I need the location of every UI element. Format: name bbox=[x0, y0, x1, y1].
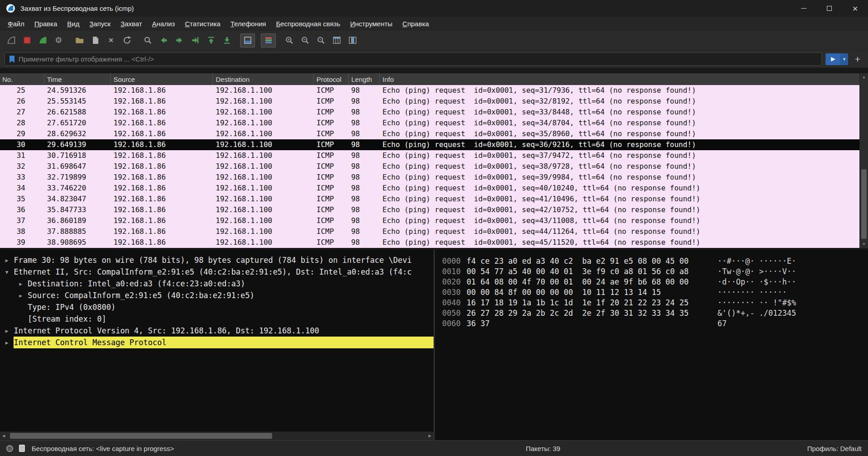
zoom-out-button[interactable] bbox=[297, 33, 312, 48]
save-file-button[interactable] bbox=[88, 33, 103, 48]
restart-capture-button[interactable] bbox=[35, 33, 50, 48]
packet-row[interactable]: 27 26.621588 192.168.1.86 192.168.1.100 … bbox=[0, 107, 868, 118]
scrollbar-thumb[interactable] bbox=[861, 169, 867, 239]
hex-row[interactable]: 0050 26 27 28 29 2a 2b 2c 2d 2e 2f 30 31… bbox=[442, 308, 868, 318]
hex-bytes[interactable]: 16 17 18 19 1a 1b 1c 1d 1e 1f 20 21 22 2… bbox=[467, 298, 695, 308]
profile-text[interactable]: Профиль: Default bbox=[807, 445, 862, 452]
scroll-left-icon[interactable]: ◀ bbox=[2, 434, 5, 438]
close-button[interactable]: × bbox=[842, 0, 868, 17]
expander-icon[interactable]: ▸ bbox=[5, 278, 28, 290]
minimize-button[interactable] bbox=[791, 0, 816, 17]
hex-row[interactable]: 0030 00 00 84 8f 00 00 00 00 10 11 12 13… bbox=[442, 287, 868, 298]
expert-info-icon[interactable] bbox=[6, 445, 13, 452]
find-packet-button[interactable] bbox=[140, 33, 155, 48]
packet-row[interactable]: 37 36.860189 192.168.1.86 192.168.1.100 … bbox=[0, 215, 868, 226]
menu-item[interactable]: Правка bbox=[29, 19, 62, 29]
menu-item[interactable]: Справка bbox=[397, 19, 434, 29]
auto-scroll-button[interactable] bbox=[240, 33, 255, 48]
scroll-right-icon[interactable]: ▶ bbox=[429, 434, 431, 438]
packet-row[interactable]: 35 34.823047 192.168.1.86 192.168.1.100 … bbox=[0, 194, 868, 204]
menu-item[interactable]: Телефония bbox=[226, 19, 271, 29]
hex-ascii[interactable]: 67 bbox=[717, 318, 726, 329]
hex-row[interactable]: 0020 01 64 08 00 4f 70 00 01 00 24 ae 9f… bbox=[442, 277, 868, 287]
menu-item[interactable]: Статистика bbox=[180, 19, 226, 29]
expander-icon[interactable]: ▸ bbox=[5, 337, 14, 348]
reload-button[interactable] bbox=[119, 33, 134, 48]
resize-columns-contents-button[interactable] bbox=[345, 33, 360, 48]
capture-options-button[interactable]: ⚙ bbox=[51, 33, 66, 48]
expander-icon[interactable]: ▸ bbox=[5, 290, 28, 301]
packet-row[interactable]: 38 37.888885 192.168.1.86 192.168.1.100 … bbox=[0, 226, 868, 237]
maximize-button[interactable] bbox=[816, 0, 842, 17]
hex-ascii[interactable]: ·Tw·@·@· >····V·· bbox=[717, 266, 796, 277]
stop-capture-button[interactable] bbox=[19, 33, 34, 48]
hex-ascii[interactable]: ········ ······ bbox=[717, 287, 787, 298]
hex-row[interactable]: 0040 16 17 18 19 1a 1b 1c 1d 1e 1f 20 21… bbox=[442, 298, 868, 308]
scroll-up-icon[interactable]: ▲ bbox=[862, 75, 866, 79]
packet-row[interactable]: 39 38.908695 192.168.1.86 192.168.1.100 … bbox=[0, 237, 868, 248]
colorize-button[interactable] bbox=[261, 33, 276, 48]
start-capture-button[interactable] bbox=[4, 33, 19, 48]
close-file-button[interactable]: × bbox=[104, 33, 118, 48]
display-filter-field[interactable] bbox=[5, 52, 822, 66]
column-header-destination[interactable]: Destination bbox=[213, 73, 314, 85]
column-header-no[interactable]: No. bbox=[0, 73, 44, 85]
packet-detail-row[interactable]: ▸ Frame 30: 98 bytes on wire (784 bits),… bbox=[5, 254, 434, 266]
packet-detail-row[interactable]: ▸ Internet Control Message Protocol bbox=[5, 337, 434, 348]
zoom-in-button[interactable] bbox=[282, 33, 297, 48]
packet-row[interactable]: 31 30.716918 192.168.1.86 192.168.1.100 … bbox=[0, 150, 868, 161]
menu-item[interactable]: Вид bbox=[62, 19, 85, 29]
hex-row[interactable]: 0000 f4 ce 23 a0 ed a3 40 c2 ba e2 91 e5… bbox=[442, 256, 868, 266]
hex-ascii[interactable]: &'()*+,- ./012345 bbox=[717, 308, 796, 318]
hex-bytes[interactable]: 01 64 08 00 4f 70 00 01 00 24 ae 9f b6 6… bbox=[467, 277, 695, 287]
column-header-time[interactable]: Time bbox=[44, 73, 111, 85]
hex-row[interactable]: 0060 36 37 67 bbox=[442, 318, 868, 329]
menu-item[interactable]: Беспроводная связь bbox=[271, 19, 345, 29]
packet-row[interactable]: 28 27.651720 192.168.1.86 192.168.1.100 … bbox=[0, 118, 868, 128]
display-filter-input[interactable] bbox=[19, 55, 821, 63]
packet-row[interactable]: 32 31.698647 192.168.1.86 192.168.1.100 … bbox=[0, 161, 868, 172]
packet-row[interactable]: 30 29.649139 192.168.1.86 192.168.1.100 … bbox=[0, 139, 868, 150]
packet-detail-row[interactable]: ▸ Source: CompalInform_e2:91:e5 (40:c2:b… bbox=[5, 290, 434, 301]
go-first-packet-button[interactable] bbox=[203, 33, 218, 48]
expander-icon[interactable] bbox=[5, 313, 28, 325]
hex-bytes[interactable]: f4 ce 23 a0 ed a3 40 c2 ba e2 91 e5 08 0… bbox=[467, 256, 695, 266]
packet-row[interactable]: 36 35.847733 192.168.1.86 192.168.1.100 … bbox=[0, 204, 868, 215]
filter-bookmark-icon[interactable] bbox=[9, 55, 15, 63]
scrollbar-thumb[interactable] bbox=[10, 433, 272, 439]
packet-detail-row[interactable]: ▸ Destination: Intel_a0:ed:a3 (f4:ce:23:… bbox=[5, 278, 434, 290]
column-header-protocol[interactable]: Protocol bbox=[314, 73, 349, 85]
hex-ascii[interactable]: ··#···@· ······E· bbox=[717, 256, 796, 266]
apply-filter-button[interactable] bbox=[826, 53, 840, 65]
expander-icon[interactable]: ▾ bbox=[5, 266, 14, 278]
zoom-normal-button[interactable] bbox=[313, 33, 328, 48]
go-to-packet-button[interactable] bbox=[188, 33, 203, 48]
hex-bytes[interactable]: 26 27 28 29 2a 2b 2c 2d 2e 2f 30 31 32 3… bbox=[467, 308, 695, 318]
hex-row[interactable]: 0010 00 54 77 a5 40 00 40 01 3e f9 c0 a8… bbox=[442, 266, 868, 277]
packet-row[interactable]: 33 32.719899 192.168.1.86 192.168.1.100 … bbox=[0, 172, 868, 183]
packet-row[interactable]: 25 24.591326 192.168.1.86 192.168.1.100 … bbox=[0, 85, 868, 96]
expander-icon[interactable]: ▸ bbox=[5, 254, 14, 266]
menu-item[interactable]: Инструменты bbox=[345, 19, 398, 29]
filter-dropdown-button[interactable]: ▼ bbox=[840, 53, 848, 65]
hex-bytes[interactable]: 36 37 bbox=[467, 318, 695, 329]
column-header-info[interactable]: Info bbox=[380, 73, 868, 85]
packet-row[interactable]: 29 28.629632 192.168.1.86 192.168.1.100 … bbox=[0, 128, 868, 139]
menu-item[interactable]: Анализ bbox=[147, 19, 180, 29]
open-file-button[interactable] bbox=[72, 33, 87, 48]
hex-bytes[interactable]: 00 54 77 a5 40 00 40 01 3e f9 c0 a8 01 5… bbox=[467, 266, 695, 277]
expander-icon[interactable] bbox=[5, 301, 28, 313]
go-forward-button[interactable] bbox=[172, 33, 187, 48]
menu-item[interactable]: Захват bbox=[116, 19, 147, 29]
details-h-scrollbar[interactable]: ◀ ▶ bbox=[0, 432, 434, 440]
column-header-length[interactable]: Length bbox=[349, 73, 380, 85]
hex-ascii[interactable]: ·d··Op·· ·$···h·· bbox=[717, 277, 796, 287]
expander-icon[interactable]: ▸ bbox=[5, 325, 14, 337]
hex-ascii[interactable]: ········ ·· !"#$% bbox=[717, 298, 796, 308]
capture-comment-icon[interactable] bbox=[19, 445, 25, 452]
packet-row[interactable]: 34 33.746220 192.168.1.86 192.168.1.100 … bbox=[0, 183, 868, 194]
go-last-packet-button[interactable] bbox=[219, 33, 234, 48]
scroll-down-icon[interactable]: ▼ bbox=[862, 242, 866, 246]
menu-item[interactable]: Запуск bbox=[85, 19, 116, 29]
column-header-source[interactable]: Source bbox=[111, 73, 213, 85]
